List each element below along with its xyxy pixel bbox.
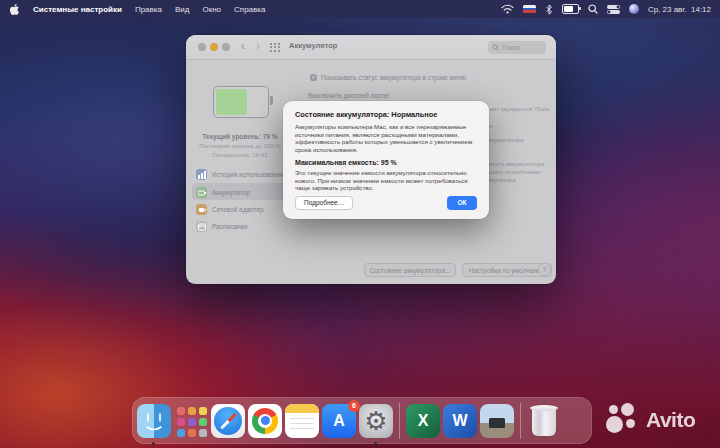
menu-item-view[interactable]: Вид bbox=[175, 5, 189, 14]
menubar-app-name[interactable]: Системные настройки bbox=[33, 5, 122, 14]
show-all-grid-icon[interactable] bbox=[270, 43, 280, 52]
dock-divider bbox=[520, 403, 521, 439]
ok-button[interactable]: ОК bbox=[447, 196, 477, 210]
battery-state-button[interactable]: Состояние аккумулятора... bbox=[364, 263, 456, 277]
spotlight-icon[interactable] bbox=[588, 4, 598, 14]
show-battery-status-checkbox-row[interactable]: ✓ Показывать статус аккумулятора в строк… bbox=[310, 74, 466, 81]
last-charge-time-text: Понедельник, 16:41 bbox=[188, 152, 292, 158]
sidebar-item-usage-history[interactable]: История использования bbox=[196, 167, 284, 182]
turn-off-display-label: Выключить дисплей после: bbox=[308, 92, 390, 99]
occluded-text-fragment: мулятора bbox=[489, 177, 516, 183]
details-button[interactable]: Подробнее… bbox=[295, 196, 353, 210]
help-button[interactable]: ? bbox=[538, 263, 551, 276]
avito-watermark: Avito bbox=[606, 403, 695, 437]
input-language-flag-icon[interactable] bbox=[523, 5, 536, 13]
window-titlebar[interactable]: ‹ › Аккумулятор Поиск bbox=[186, 35, 556, 60]
back-button[interactable]: ‹ bbox=[237, 38, 249, 55]
occluded-text-fragment: ккумуляторе bbox=[489, 137, 524, 143]
battery-status-icon[interactable] bbox=[562, 4, 579, 14]
battery-nub bbox=[270, 96, 273, 105]
minimize-button[interactable] bbox=[210, 43, 218, 51]
current-level-text: Текущий уровень: 79 % bbox=[188, 133, 292, 140]
excel-icon[interactable]: X bbox=[406, 404, 440, 438]
word-icon[interactable]: W bbox=[443, 404, 477, 438]
image-file-icon[interactable] bbox=[480, 404, 514, 438]
launchpad-icon[interactable] bbox=[174, 404, 208, 438]
finder-icon[interactable] bbox=[137, 404, 171, 438]
close-button[interactable] bbox=[198, 43, 206, 51]
gear-icon: ⚙ bbox=[359, 404, 393, 438]
search-icon bbox=[492, 44, 499, 51]
forward-button[interactable]: › bbox=[252, 38, 264, 55]
sidebar-item-label: История использования bbox=[212, 171, 284, 178]
avito-brand-text: Avito bbox=[646, 408, 695, 432]
schedule-icon bbox=[196, 221, 207, 232]
desktop: Системные настройки Правка Вид Окно Спра… bbox=[0, 0, 720, 448]
bluetooth-icon[interactable] bbox=[545, 4, 553, 15]
chrome-icon[interactable] bbox=[248, 404, 282, 438]
occluded-text-fragment: е bbox=[489, 123, 492, 129]
notes-icon[interactable] bbox=[285, 404, 319, 438]
last-charge-text: Последняя зарядка до 100 % bbox=[188, 143, 292, 149]
checkbox-checked-icon[interactable]: ✓ bbox=[310, 74, 317, 81]
dock: A 6 ⚙ X W bbox=[132, 397, 592, 444]
running-indicator bbox=[374, 442, 377, 445]
battery-fill bbox=[216, 89, 247, 115]
menu-item-help[interactable]: Справка bbox=[234, 5, 265, 14]
zoom-button[interactable] bbox=[222, 43, 230, 51]
search-placeholder: Поиск bbox=[502, 44, 520, 51]
dialog-paragraph: Аккумуляторы компьютера Mac, как и все п… bbox=[295, 123, 477, 153]
word-letter: W bbox=[443, 404, 477, 438]
system-preferences-icon[interactable]: ⚙ bbox=[359, 404, 393, 438]
dialog-paragraph: Это текущее значение емкости аккумулятор… bbox=[295, 169, 477, 192]
trash-icon[interactable] bbox=[527, 404, 561, 438]
avito-logo-icon bbox=[606, 403, 640, 437]
menu-bar: Системные настройки Правка Вид Окно Спра… bbox=[0, 0, 720, 18]
occluded-text-fragment: шить потребление bbox=[489, 169, 541, 175]
dialog-capacity-title: Максимальная емкость: 95 % bbox=[295, 159, 477, 166]
sidebar-item-schedule[interactable]: Расписание bbox=[196, 219, 248, 234]
apple-menu-icon[interactable] bbox=[9, 3, 20, 16]
sidebar-item-label: Расписание bbox=[212, 223, 248, 230]
occluded-text-fragment: ность аккумулятора bbox=[489, 161, 544, 167]
sidebar-item-battery[interactable]: Аккумулятор bbox=[196, 185, 250, 200]
sidebar-item-power-adapter[interactable]: Сетевой адаптер bbox=[196, 202, 264, 217]
excel-letter: X bbox=[406, 404, 440, 438]
running-indicator bbox=[152, 442, 155, 445]
occluded-text-fragment: жет зарядиться bbox=[489, 106, 532, 112]
battery-condition-dialog: Состояние аккумулятора: Нормальное Аккум… bbox=[283, 101, 489, 219]
system-preferences-window: ‹ › Аккумулятор Поиск ✓ Показывать стату… bbox=[186, 35, 556, 284]
dock-divider bbox=[399, 403, 400, 439]
window-title: Аккумулятор bbox=[289, 41, 337, 50]
menubar-clock[interactable]: Ср, 23 авг. 14:12 bbox=[648, 5, 711, 14]
dialog-title: Состояние аккумулятора: Нормальное bbox=[295, 110, 477, 119]
battery-icon bbox=[196, 187, 207, 198]
sidebar-item-label: Сетевой адаптер bbox=[212, 206, 264, 213]
power-adapter-icon bbox=[196, 204, 207, 215]
wifi-icon[interactable] bbox=[501, 4, 514, 14]
search-input[interactable]: Поиск bbox=[488, 41, 546, 54]
sidebar-item-label: Аккумулятор bbox=[212, 189, 250, 196]
safari-icon[interactable] bbox=[211, 404, 245, 438]
usage-history-icon bbox=[196, 169, 207, 180]
siri-icon[interactable] bbox=[629, 4, 639, 14]
occluded-text-fragment: Пока bbox=[535, 106, 549, 112]
battery-level-graphic bbox=[213, 86, 269, 118]
app-store-icon[interactable]: A 6 bbox=[322, 404, 356, 438]
menu-item-window[interactable]: Окно bbox=[202, 5, 221, 14]
menu-item-edit[interactable]: Правка bbox=[135, 5, 162, 14]
control-center-icon[interactable] bbox=[607, 5, 620, 14]
checkbox-label: Показывать статус аккумулятора в строке … bbox=[321, 74, 466, 81]
